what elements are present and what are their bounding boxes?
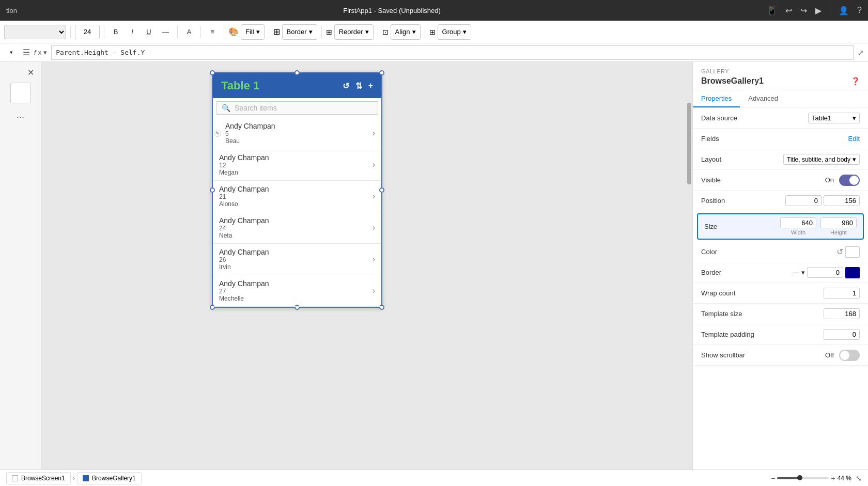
color-swatch-empty[interactable]	[845, 246, 860, 258]
show-scrollbar-label: Show scrollbar	[701, 351, 768, 359]
template-size-input[interactable]	[824, 308, 860, 319]
canvas-scrollbar-thumb[interactable]	[687, 103, 691, 184]
sort-icon[interactable]: ⇅	[355, 81, 362, 91]
left-panel: ✕ ···	[0, 62, 41, 469]
font-family-select[interactable]: Open Sans	[4, 25, 66, 39]
gallery-search[interactable]: 🔍 Search items	[216, 101, 378, 115]
position-x-input[interactable]	[785, 195, 822, 206]
gallery-item[interactable]: Andy Champan 21 Alonso ›	[213, 181, 381, 212]
gallery-item-content: Andy Champan 12 Megan	[219, 153, 373, 176]
border-color-swatch[interactable]	[845, 267, 860, 278]
zoom-plus-btn[interactable]: +	[831, 474, 835, 482]
formula-bar: ▾ ☰ f x ▾ ⤢	[0, 43, 868, 62]
gallery-item[interactable]: Andy Champan 24 Neta ›	[213, 212, 381, 244]
layout-select[interactable]: Title, subtitle, and body ▾	[783, 154, 860, 165]
handle-top-left[interactable]	[210, 70, 215, 75]
underline-button[interactable]: U	[142, 24, 156, 40]
gallery-item[interactable]: Andy Champan 26 Irvin ›	[213, 244, 381, 275]
text-color-button[interactable]: A	[182, 24, 196, 40]
font-size-input[interactable]	[75, 25, 100, 39]
gallery-item-content: Andy Champan 5 Beau	[219, 122, 373, 145]
layout-label: Layout	[701, 155, 768, 163]
align-dropdown[interactable]: Align ▾	[391, 24, 421, 40]
fields-edit-link[interactable]: Edit	[848, 135, 860, 143]
position-label: Position	[701, 197, 768, 205]
visible-value: On	[768, 175, 860, 186]
zoom-control: − + 44 %	[771, 474, 851, 482]
add-icon[interactable]: +	[368, 81, 373, 91]
refresh-icon[interactable]: ↺	[343, 81, 349, 91]
panel-section-label: GALLERY	[701, 68, 860, 74]
formula-input[interactable]	[51, 45, 854, 60]
align-left-button[interactable]: ≡	[205, 24, 220, 40]
visible-label: Visible	[701, 176, 768, 184]
show-scrollbar-value: Off	[768, 350, 860, 361]
search-icon: 🔍	[222, 104, 230, 112]
reorder-label: Reorder	[339, 28, 363, 36]
main-layout: ✕ ··· Table 1 ↺ ⇅ +	[0, 62, 868, 469]
gallery-item[interactable]: ✎ Andy Champan 5 Beau ›	[213, 118, 381, 149]
bold-button[interactable]: B	[109, 24, 123, 40]
item-num-1: 12	[219, 162, 373, 169]
top-bar-right: 📱 ↩ ↪ ▶ 👤 ?	[767, 4, 862, 17]
zoom-minus-btn[interactable]: −	[771, 474, 775, 482]
help-icon[interactable]: ?	[857, 6, 862, 15]
top-bar: tion FirstApp1 - Saved (Unpublished) 📱 ↩…	[0, 0, 868, 21]
phone-icon[interactable]: 📱	[767, 6, 777, 15]
position-y-input[interactable]	[824, 195, 860, 206]
play-icon[interactable]: ▶	[815, 6, 822, 15]
fullscreen-icon[interactable]: ⤡	[856, 474, 862, 482]
redo-icon[interactable]: ↪	[800, 6, 807, 15]
zoom-slider[interactable]	[777, 477, 829, 479]
size-width-group: Width	[780, 217, 816, 236]
size-width-input[interactable]	[780, 217, 816, 228]
tab-properties[interactable]: Properties	[693, 90, 740, 107]
reorder-dropdown[interactable]: Reorder ▾	[334, 24, 374, 40]
gallery-item[interactable]: Andy Champan 27 Mechelle ›	[213, 275, 381, 307]
border-label: Border	[287, 28, 307, 36]
wrap-count-input[interactable]	[824, 288, 860, 299]
fill-dropdown[interactable]: Fill ▾	[241, 24, 265, 40]
canvas: Table 1 ↺ ⇅ + 🔍 Search items ✎ Andy Cham	[41, 62, 692, 469]
undo-icon[interactable]: ↩	[785, 6, 792, 15]
help-circle-icon[interactable]: ❓	[851, 77, 860, 85]
border-thickness-input[interactable]	[807, 267, 843, 278]
gallery-item-content: Andy Champan 27 Mechelle	[219, 279, 373, 302]
formula-expand-icon[interactable]: ⤢	[858, 49, 864, 57]
canvas-scrollbar[interactable]	[686, 62, 692, 469]
gallery-tab[interactable]: BrowseGallery1	[77, 472, 142, 484]
visible-toggle[interactable]	[839, 175, 860, 186]
item-edit-icon[interactable]: ✎	[214, 130, 221, 137]
right-panel-header: GALLERY BrowseGallery1 ❓	[693, 62, 868, 90]
color-refresh-icon[interactable]: ↺	[836, 247, 843, 257]
menu-icon[interactable]: ☰	[23, 48, 30, 57]
zoom-slider-thumb[interactable]	[797, 475, 802, 480]
strikethrough-button[interactable]: —	[158, 24, 173, 40]
handle-top-right[interactable]	[379, 70, 384, 75]
close-button[interactable]: ✕	[24, 66, 37, 79]
function-label: f x ▾	[34, 49, 47, 56]
handle-top-center[interactable]	[295, 70, 300, 75]
item-num-5: 27	[219, 288, 373, 295]
item-name-0: Andy Champan	[225, 122, 373, 130]
group-icon: ⊞	[429, 28, 436, 36]
toolbar: Open Sans B I U — A ≡ 🎨 Fill ▾ ⊞ Border …	[0, 21, 868, 43]
screen-tab[interactable]: BrowseScreen1	[6, 472, 71, 484]
group-dropdown[interactable]: Group ▾	[438, 24, 471, 40]
border-dropdown[interactable]: Border ▾	[282, 24, 317, 40]
data-source-select[interactable]: Table1 ▾	[808, 113, 860, 123]
gallery-widget[interactable]: Table 1 ↺ ⇅ + 🔍 Search items ✎ Andy Cham	[212, 72, 382, 308]
tab-advanced[interactable]: Advanced	[740, 90, 786, 107]
border-style-select[interactable]: — ▾	[793, 269, 805, 276]
user-icon[interactable]: 👤	[839, 6, 849, 15]
italic-button[interactable]: I	[125, 24, 140, 40]
formula-dropdown-btn[interactable]: ▾	[4, 45, 19, 60]
screen-tab-label: BrowseScreen1	[21, 475, 65, 482]
template-padding-input[interactable]	[824, 329, 860, 340]
scrollbar-toggle[interactable]	[839, 350, 860, 361]
prop-color: Color ↺	[693, 242, 868, 262]
more-options-icon[interactable]: ···	[17, 112, 24, 122]
size-height-input[interactable]	[820, 217, 857, 228]
size-height-group: Height	[820, 217, 857, 236]
gallery-item[interactable]: Andy Champan 12 Megan ›	[213, 149, 381, 181]
